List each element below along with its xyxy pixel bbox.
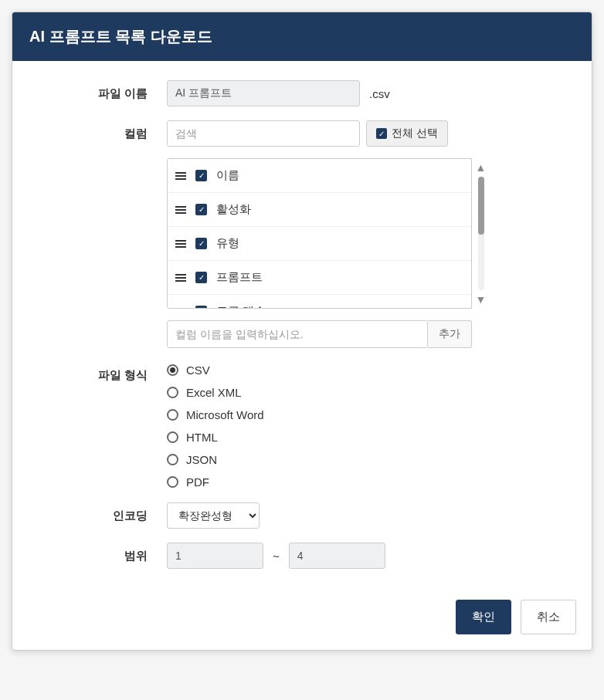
range-from-input[interactable] xyxy=(167,543,263,569)
radio-icon xyxy=(167,387,178,398)
drag-handle-icon[interactable] xyxy=(175,206,186,214)
radio-csv[interactable]: CSV xyxy=(167,364,568,377)
select-all-button[interactable]: ✓ 전체 선택 xyxy=(366,120,448,147)
modal-body: 파일 이름 .csv 컬럼 ✓ 전체 선택 xyxy=(12,61,592,588)
filename-row: 파일 이름 .csv xyxy=(36,80,568,107)
filename-extension: .csv xyxy=(369,87,390,100)
cancel-button[interactable]: 취소 xyxy=(521,600,576,634)
column-checkbox[interactable]: ✓ xyxy=(195,170,207,181)
confirm-button[interactable]: 확인 xyxy=(456,600,511,634)
column-item[interactable]: ✓ 유형 xyxy=(168,227,471,261)
scroll-thumb[interactable] xyxy=(478,177,484,235)
drag-handle-icon[interactable] xyxy=(175,274,186,282)
column-label: 이름 xyxy=(216,168,239,183)
fileformat-row: 파일 형식 CSV Excel XML Microsoft Word xyxy=(36,362,568,489)
add-column-input[interactable] xyxy=(167,320,428,348)
drag-handle-icon[interactable] xyxy=(175,308,186,309)
radio-icon xyxy=(167,476,178,488)
column-checkbox[interactable]: ✓ xyxy=(195,238,207,249)
column-label: 활성화 xyxy=(216,202,251,217)
range-separator: ~ xyxy=(273,550,280,563)
encoding-label: 인코딩 xyxy=(36,502,167,529)
columns-search-input[interactable] xyxy=(167,120,360,147)
radio-icon xyxy=(167,409,178,421)
radio-label: Microsoft Word xyxy=(186,408,264,421)
encoding-row: 인코딩 확장완성형 xyxy=(36,502,568,529)
radio-label: PDF xyxy=(186,475,209,489)
range-row: 범위 ~ xyxy=(36,543,568,569)
drag-handle-icon[interactable] xyxy=(175,240,186,248)
radio-html[interactable]: HTML xyxy=(167,431,568,444)
column-item[interactable]: ✓ 이름 xyxy=(168,159,471,193)
download-modal: AI 프롬프트 목록 다운로드 파일 이름 .csv 컬럼 ✓ 전체 선 xyxy=(12,12,592,651)
column-checkbox[interactable]: ✓ xyxy=(195,272,207,283)
column-label: 프롬프트 xyxy=(216,270,263,285)
scroll-up-icon[interactable]: ▲ xyxy=(476,161,487,174)
radio-label: Excel XML xyxy=(186,386,242,399)
column-item[interactable]: ✓ 활성화 xyxy=(168,193,471,227)
filename-input[interactable] xyxy=(167,80,360,107)
radio-excel-xml[interactable]: Excel XML xyxy=(167,386,568,399)
radio-pdf[interactable]: PDF xyxy=(167,475,568,489)
encoding-select[interactable]: 확장완성형 xyxy=(167,502,260,529)
scroll-down-icon[interactable]: ▼ xyxy=(476,293,487,306)
fileformat-label: 파일 형식 xyxy=(36,362,167,489)
drag-handle-icon[interactable] xyxy=(175,172,186,180)
radio-label: JSON xyxy=(186,453,217,466)
add-column-button[interactable]: 추가 xyxy=(428,320,472,348)
radio-icon xyxy=(167,454,178,465)
range-to-input[interactable] xyxy=(289,543,385,569)
column-item[interactable]: ✓ 프롬프트 xyxy=(168,261,471,295)
column-checkbox[interactable]: ✓ xyxy=(195,306,207,309)
column-label: 토큰 개수 xyxy=(216,304,266,309)
modal-footer: 확인 취소 xyxy=(12,588,592,650)
range-label: 범위 xyxy=(36,543,167,569)
modal-title: AI 프롬프트 목록 다운로드 xyxy=(12,12,592,61)
scroll-track[interactable] xyxy=(478,177,484,290)
columns-label: 컬럼 xyxy=(36,120,167,348)
radio-icon xyxy=(167,431,178,443)
radio-word[interactable]: Microsoft Word xyxy=(167,408,568,421)
column-checkbox[interactable]: ✓ xyxy=(195,204,207,215)
check-icon: ✓ xyxy=(376,128,387,139)
radio-icon xyxy=(167,364,178,376)
columns-list[interactable]: ✓ 이름 ✓ 활성화 ✓ 유형 xyxy=(167,158,472,309)
radio-label: HTML xyxy=(186,431,218,444)
scrollbar[interactable]: ▲ ▼ xyxy=(472,158,490,309)
column-label: 유형 xyxy=(216,236,239,251)
select-all-label: 전체 선택 xyxy=(392,127,438,140)
radio-label: CSV xyxy=(186,364,210,377)
filename-label: 파일 이름 xyxy=(36,80,167,107)
column-item[interactable]: ✓ 토큰 개수 xyxy=(168,295,471,309)
columns-row: 컬럼 ✓ 전체 선택 ✓ 이름 xyxy=(36,120,568,348)
radio-json[interactable]: JSON xyxy=(167,453,568,466)
